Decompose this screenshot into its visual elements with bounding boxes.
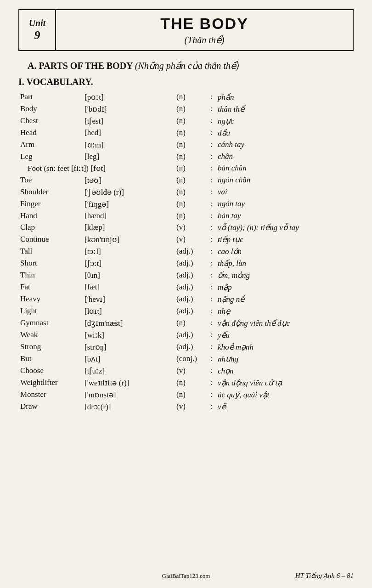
vocab-word: Part: [18, 91, 83, 103]
vocab-row: Draw [drɔː(r)] (v) : vẽ: [18, 401, 354, 413]
vocabulary-table: Part [pɑːt] (n) : phần Body ['bɒdɪ] (n) …: [18, 91, 354, 413]
vocab-word: Arm: [18, 139, 83, 151]
vocab-phonetic: [hænd]: [83, 210, 175, 221]
vocab-word: Heavy: [18, 293, 83, 305]
vocab-colon: :: [207, 269, 216, 281]
unit-box: Unit 9: [19, 10, 56, 50]
vocab-pos: (n): [175, 317, 207, 329]
vocab-row: Weightlifter ['weɪtlɪftə (r)] (n) : vận …: [18, 377, 354, 389]
vocab-phonetic: ['mɒnstə]: [83, 389, 175, 401]
vocab-pos: (adj.): [175, 245, 207, 257]
vocab-colon: :: [207, 305, 216, 317]
vocab-pos: (n): [175, 139, 207, 151]
vocab-meaning: bàn tay: [216, 210, 354, 221]
vocab-colon: :: [207, 329, 216, 341]
vocab-word: Draw: [18, 401, 83, 413]
vocab-meaning: vỗ (tay); (n): tiếng vỗ tay: [216, 221, 354, 233]
vocab-word: Light: [18, 305, 83, 317]
vocab-word: Weightlifter: [18, 377, 83, 389]
footer-page-info: HT Tiếng Anh 6 – 81: [295, 571, 354, 580]
vocab-meaning: khoẻ mạnh: [216, 341, 354, 353]
section-a-italic: (Những phần của thân thể): [135, 61, 239, 71]
vocab-word: Monster: [18, 389, 83, 401]
vocab-pos: (adj.): [175, 329, 207, 341]
vocab-word: Leg: [18, 151, 83, 162]
vocab-meaning: ngực: [216, 115, 354, 127]
vocab-phonetic: [klæp]: [83, 221, 175, 233]
vocab-word: Tall: [18, 245, 83, 257]
vocab-word: But: [18, 353, 83, 365]
vocab-colon: :: [207, 257, 216, 269]
vocab-phonetic: [tʃest]: [83, 115, 175, 127]
vocab-row: Continue [kən'tɪnjʊ] (v) : tiếp tục: [18, 233, 354, 245]
vocab-row: Clap [klæp] (v) : vỗ (tay); (n): tiếng v…: [18, 221, 354, 233]
vocab-word: Chest: [18, 115, 83, 127]
vocab-meaning: yếu: [216, 329, 354, 341]
vocab-meaning: cao lớn: [216, 245, 354, 257]
vocab-row: Tall [tɔːl] (adj.) : cao lớn: [18, 245, 354, 257]
vocab-row: Finger ['fɪŋgə] (n) : ngón tay: [18, 198, 354, 210]
vocab-phonetic: [strɒŋ]: [83, 341, 175, 353]
vocab-phonetic: [hed]: [83, 127, 175, 139]
vocab-row: Fat [fæt] (adj.) : mập: [18, 281, 354, 293]
vocab-colon: :: [207, 365, 216, 377]
vocab-word: Fat: [18, 281, 83, 293]
vocab-pos: (n): [175, 198, 207, 210]
vocab-pos: (n): [175, 174, 207, 186]
section-a-label: A. PARTS OF THE BODY: [28, 61, 133, 71]
vocab-pos: (v): [175, 221, 207, 233]
vocab-word: Finger: [18, 198, 83, 210]
vocab-meaning: cánh tay: [216, 139, 354, 151]
vocab-meaning: ác quỷ, quái vật: [216, 389, 354, 401]
vocab-colon: :: [207, 186, 216, 198]
vocab-pos: (n): [175, 162, 207, 174]
vocab-row: Gymnast [dʒɪm'næst] (n) : vận động viên …: [18, 317, 354, 329]
unit-num: 9: [34, 28, 40, 42]
vocab-colon: :: [207, 389, 216, 401]
vocab-meaning: vận động viên cử tạ: [216, 377, 354, 389]
vocab-pos: (n): [175, 91, 207, 103]
vocab-phonetic: ['weɪtlɪftə (r)]: [83, 377, 175, 389]
vocab-row: Part [pɑːt] (n) : phần: [18, 91, 354, 103]
vocab-row: Hand [hænd] (n) : bàn tay: [18, 210, 354, 221]
vocab-meaning: chân: [216, 151, 354, 162]
vocab-row: Arm [ɑːm] (n) : cánh tay: [18, 139, 354, 151]
vocab-colon: :: [207, 221, 216, 233]
main-title: THE BODY: [160, 15, 248, 33]
vocab-meaning: vận động viên thể dục: [216, 317, 354, 329]
vocab-colon: :: [207, 162, 216, 174]
vocab-meaning: tiếp tục: [216, 233, 354, 245]
vocab-meaning: đầu: [216, 127, 354, 139]
vocab-row: But [bʌt] (conj.) : nhưng: [18, 353, 354, 365]
vocab-word: Short: [18, 257, 83, 269]
vocab-colon: :: [207, 233, 216, 245]
vocab-pos: (adj.): [175, 305, 207, 317]
vocab-row: Choose [tʃuːz] (v) : chọn: [18, 365, 354, 377]
vocab-word: Choose: [18, 365, 83, 377]
vocab-phonetic: [θɪn]: [83, 269, 175, 281]
vocab-pos: (n): [175, 210, 207, 221]
vocab-pos: (adj.): [175, 281, 207, 293]
vocab-row: Monster ['mɒnstə] (n) : ác quỷ, quái vật: [18, 389, 354, 401]
vocab-row: Foot (sn: feet [fiːt]) [fʊt] (n) : bàn c…: [18, 162, 354, 174]
vocab-meaning: phần: [216, 91, 354, 103]
vocab-phonetic: [tɔːl]: [83, 245, 175, 257]
vocab-colon: :: [207, 353, 216, 365]
vocab-row: Chest [tʃest] (n) : ngực: [18, 115, 354, 127]
vocab-word: Strong: [18, 341, 83, 353]
vocab-pos: (conj.): [175, 353, 207, 365]
vocab-pos: (n): [175, 115, 207, 127]
unit-word: Unit: [29, 18, 46, 28]
vocab-phonetic: [təʊ]: [83, 174, 175, 186]
vocab-row: Weak [wiːk] (adj.) : yếu: [18, 329, 354, 341]
vocab-meaning: chọn: [216, 365, 354, 377]
vocab-row: Toe [təʊ] (n) : ngón chân: [18, 174, 354, 186]
vocab-colon: :: [207, 293, 216, 305]
vocab-phonetic: [dʒɪm'næst]: [83, 317, 175, 329]
vocab-pos: (n): [175, 389, 207, 401]
vocab-phonetic: ['hevɪ]: [83, 293, 175, 305]
vocab-phonetic: [tʃuːz]: [83, 365, 175, 377]
vocab-word: Thin: [18, 269, 83, 281]
vocab-phonetic: [pɑːt]: [83, 91, 175, 103]
vocab-meaning: ngón tay: [216, 198, 354, 210]
